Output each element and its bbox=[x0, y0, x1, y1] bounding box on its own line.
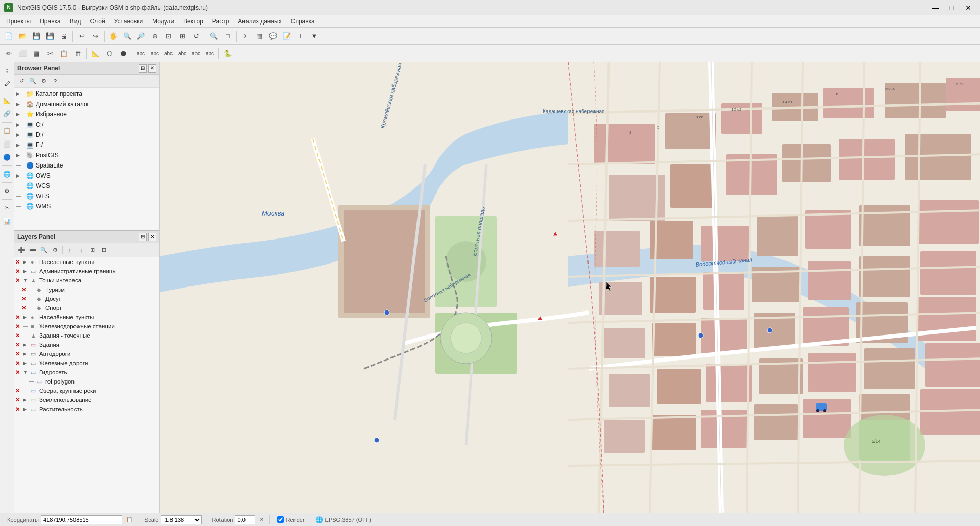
layer-visibility-checkbox[interactable]: ✕ bbox=[15, 369, 21, 376]
layer-visibility-checkbox[interactable]: ✕ bbox=[15, 277, 21, 284]
browser-tree-item[interactable]: ▶ 💻 D:/ bbox=[14, 130, 159, 140]
zoom-full-button[interactable]: ⊕ bbox=[148, 30, 161, 43]
label-button[interactable]: T bbox=[294, 30, 307, 43]
cut-button[interactable]: ✂ bbox=[43, 47, 57, 60]
layers-panel-float-button[interactable]: ⊟ bbox=[139, 233, 147, 241]
zoom-layer-button[interactable]: ⊡ bbox=[162, 30, 175, 43]
layer-item[interactable]: —▭roi-polygon bbox=[14, 377, 159, 386]
menu-item-слой[interactable]: Слой bbox=[86, 17, 109, 26]
layer-visibility-checkbox[interactable]: ✕ bbox=[15, 360, 21, 367]
menu-item-проекты[interactable]: Проекты bbox=[2, 17, 35, 26]
label3-button[interactable]: abc bbox=[162, 47, 175, 60]
browser-tree-item[interactable]: — 🌐 WFS bbox=[14, 191, 159, 201]
layer-visibility-checkbox[interactable]: ✕ bbox=[15, 268, 21, 275]
browser-tree-item[interactable]: — 🔵 SpatiaLite bbox=[14, 160, 159, 171]
zoom-out-button[interactable]: 🔎 bbox=[134, 30, 148, 43]
browser-refresh-button[interactable]: ↺ bbox=[16, 76, 27, 86]
move-down-button[interactable]: ↓ bbox=[76, 245, 86, 255]
menu-item-правка[interactable]: Правка bbox=[36, 17, 65, 26]
rectangle-button[interactable]: ⬜ bbox=[1, 138, 13, 150]
browser-tree-item[interactable]: ▶ 📁 Каталог проекта bbox=[14, 89, 159, 99]
chart-button[interactable]: 📊 bbox=[1, 215, 13, 227]
hex2-button[interactable]: ⬢ bbox=[116, 47, 130, 60]
browser-tree-item[interactable]: ▶ 💻 F:/ bbox=[14, 140, 159, 150]
layer-visibility-checkbox[interactable]: ✕ bbox=[21, 296, 28, 302]
circle-button[interactable]: 🔵 bbox=[1, 151, 13, 163]
draw-button[interactable]: 🖊 bbox=[1, 78, 13, 90]
more-button[interactable]: ▼ bbox=[308, 30, 321, 43]
layer-item[interactable]: ✕▶▭Здания bbox=[14, 340, 159, 349]
save-button[interactable]: 💾 bbox=[30, 30, 43, 43]
delete-button[interactable]: 🗑 bbox=[71, 47, 84, 60]
browser-tree-item[interactable]: — 🌐 WCS bbox=[14, 181, 159, 191]
layer-visibility-checkbox[interactable]: ✕ bbox=[15, 406, 21, 413]
layers-panel-close-button[interactable]: ✕ bbox=[148, 233, 156, 241]
menu-item-вектор[interactable]: Вектор bbox=[179, 17, 207, 26]
measure-button[interactable]: Σ bbox=[239, 30, 252, 43]
close-button[interactable]: ✕ bbox=[961, 3, 976, 13]
browser-panel-close-button[interactable]: ✕ bbox=[148, 64, 156, 73]
expand-all-button[interactable]: ⊞ bbox=[87, 245, 97, 255]
layer-item[interactable]: ✕▶▭Растительность bbox=[14, 404, 159, 414]
hex1-button[interactable]: ⬡ bbox=[103, 47, 116, 60]
pan-map-button[interactable]: ↕ bbox=[1, 64, 13, 77]
layer-item[interactable]: ✕—◆Спорт bbox=[14, 303, 159, 313]
layer-item[interactable]: ✕—■Железнодорожные станции bbox=[14, 322, 159, 331]
layer-visibility-checkbox[interactable]: ✕ bbox=[15, 259, 21, 266]
layer-item[interactable]: ✕—◆Досуг bbox=[14, 294, 159, 303]
map-area[interactable]: Кремлёвская набережная Кадашевская набер… bbox=[160, 62, 980, 513]
menu-item-анализданных[interactable]: Анализ данных bbox=[234, 17, 285, 26]
coords-input[interactable] bbox=[41, 515, 122, 524]
settings-left-button[interactable]: ⚙ bbox=[1, 185, 13, 197]
filter-layer-button[interactable]: 🔍 bbox=[39, 245, 49, 255]
rotation-input[interactable] bbox=[235, 515, 255, 524]
print-button[interactable]: 🖨 bbox=[57, 30, 70, 43]
browser-tree-item[interactable]: ▶ 🌐 OWS bbox=[14, 171, 159, 181]
label5-button[interactable]: abc bbox=[189, 47, 203, 60]
layer-item[interactable]: ✕▶●Населённые пункты bbox=[14, 257, 159, 267]
browser-tree-item[interactable]: ▶ 🏠 Домашний каталог bbox=[14, 99, 159, 109]
maximize-button[interactable]: □ bbox=[944, 3, 960, 13]
select-button[interactable]: □ bbox=[221, 30, 234, 43]
layer-visibility-checkbox[interactable]: ✕ bbox=[15, 314, 21, 321]
layer-item[interactable]: ✕—◆Туризм bbox=[14, 285, 159, 294]
open-button[interactable]: 📂 bbox=[16, 30, 29, 43]
menu-item-установки[interactable]: Установки bbox=[110, 17, 147, 26]
render-checkbox[interactable] bbox=[277, 516, 284, 523]
refresh-button[interactable]: ↺ bbox=[189, 30, 203, 43]
layer-item[interactable]: ✕▶●Населённые пункты bbox=[14, 313, 159, 322]
browser-tree-item[interactable]: ▶ 🐘 PostGIS bbox=[14, 150, 159, 160]
layer-visibility-checkbox[interactable]: ✕ bbox=[15, 332, 21, 339]
edit-button[interactable]: ✏ bbox=[2, 47, 15, 60]
layer-item[interactable]: ✕—▲Здания - точечные bbox=[14, 331, 159, 340]
web-button[interactable]: 🌐 bbox=[1, 168, 13, 180]
undo-button[interactable]: ↩ bbox=[75, 30, 88, 43]
measure-distance-button[interactable]: 📐 bbox=[1, 94, 13, 107]
browser-collapse-button[interactable]: ⚙ bbox=[39, 76, 49, 86]
coords-copy-button[interactable]: 📋 bbox=[125, 515, 134, 524]
layer-item[interactable]: ✕—▭Озёра, крупные реки bbox=[14, 386, 159, 395]
move-up-button[interactable]: ↑ bbox=[65, 245, 75, 255]
copy-button[interactable]: 📋 bbox=[57, 47, 70, 60]
layer-item[interactable]: ✕▶▭Административные границы bbox=[14, 267, 159, 276]
scissors-button[interactable]: ✂ bbox=[1, 202, 13, 214]
zoom-selection-button[interactable]: ⊞ bbox=[176, 30, 189, 43]
polygon-button[interactable]: ▦ bbox=[30, 47, 43, 60]
label1-button[interactable]: abc bbox=[134, 47, 148, 60]
route-button[interactable]: 🔗 bbox=[1, 108, 13, 120]
text-button[interactable]: 📝 bbox=[280, 30, 293, 43]
label6-button[interactable]: abc bbox=[203, 47, 216, 60]
collapse-all-button[interactable]: ⊟ bbox=[99, 245, 109, 255]
snap-button[interactable]: 📐 bbox=[89, 47, 102, 60]
digitize-button[interactable]: ⬜ bbox=[16, 47, 29, 60]
add-layer-button[interactable]: ➕ bbox=[16, 245, 27, 255]
remove-layer-button[interactable]: ➖ bbox=[28, 245, 38, 255]
layer-visibility-checkbox[interactable]: ✕ bbox=[15, 342, 21, 348]
zoom-in-button[interactable]: 🔍 bbox=[120, 30, 134, 43]
identify-button[interactable]: 🔍 bbox=[207, 30, 220, 43]
python-button[interactable]: 🐍 bbox=[221, 47, 234, 60]
copy-map-button[interactable]: 📋 bbox=[1, 125, 13, 137]
new-project-button[interactable]: 📄 bbox=[2, 30, 15, 43]
browser-panel-float-button[interactable]: ⊟ bbox=[139, 64, 147, 73]
minimize-button[interactable]: — bbox=[928, 3, 943, 13]
